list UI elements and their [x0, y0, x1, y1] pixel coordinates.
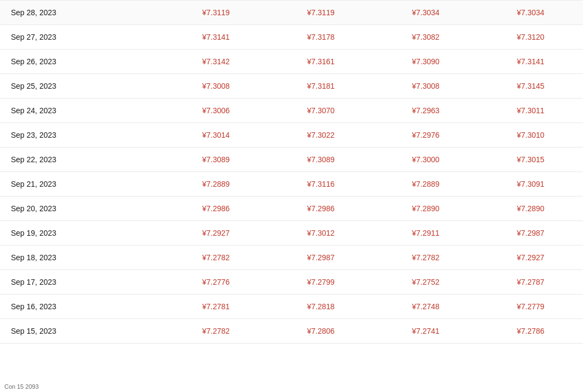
table-row: Sep 15, 2023¥7.2782¥7.2806¥7.2741¥7.2786 [0, 319, 583, 344]
cell-close: ¥7.3120 [478, 25, 584, 50]
cell-close: ¥7.3010 [478, 123, 584, 148]
cell-low: ¥7.2889 [373, 172, 478, 197]
cell-open: ¥7.2781 [163, 295, 269, 319]
table-row: Sep 25, 2023¥7.3008¥7.3181¥7.3008¥7.3145 [0, 74, 583, 99]
cell-close: ¥7.3141 [478, 50, 584, 74]
cell-date: Sep 20, 2023 [0, 197, 163, 221]
table-row: Sep 20, 2023¥7.2986¥7.2986¥7.2890¥7.2890 [0, 197, 583, 221]
cell-date: Sep 17, 2023 [0, 270, 163, 295]
cell-high: ¥7.3181 [269, 74, 374, 99]
cell-date: Sep 21, 2023 [0, 172, 163, 197]
cell-date: Sep 28, 2023 [0, 1, 163, 25]
cell-open: ¥7.3089 [163, 148, 269, 172]
cell-close: ¥7.3145 [478, 74, 584, 99]
cell-low: ¥7.2741 [373, 319, 478, 344]
table-row: Sep 26, 2023¥7.3142¥7.3161¥7.3090¥7.3141 [0, 50, 583, 74]
cell-date: Sep 19, 2023 [0, 221, 163, 246]
cell-high: ¥7.3161 [269, 50, 374, 74]
table-row: Sep 23, 2023¥7.3014¥7.3022¥7.2976¥7.3010 [0, 123, 583, 148]
price-table: Sep 28, 2023¥7.3119¥7.3119¥7.3034¥7.3034… [0, 0, 583, 344]
cell-high: ¥7.3089 [269, 148, 374, 172]
cell-close: ¥7.3011 [478, 99, 584, 123]
cell-low: ¥7.2911 [373, 221, 478, 246]
cell-close: ¥7.2890 [478, 197, 584, 221]
cell-high: ¥7.3070 [269, 99, 374, 123]
cell-high: ¥7.3116 [269, 172, 374, 197]
cell-low: ¥7.2890 [373, 197, 478, 221]
cell-date: Sep 23, 2023 [0, 123, 163, 148]
cell-open: ¥7.2782 [163, 246, 269, 270]
cell-low: ¥7.2963 [373, 99, 478, 123]
cell-low: ¥7.3008 [373, 74, 478, 99]
cell-close: ¥7.2987 [478, 221, 584, 246]
table-row: Sep 27, 2023¥7.3141¥7.3178¥7.3082¥7.3120 [0, 25, 583, 50]
table-row: Sep 21, 2023¥7.2889¥7.3116¥7.2889¥7.3091 [0, 172, 583, 197]
cell-close: ¥7.2786 [478, 319, 584, 344]
cell-low: ¥7.2782 [373, 246, 478, 270]
cell-date: Sep 22, 2023 [0, 148, 163, 172]
table-row: Sep 16, 2023¥7.2781¥7.2818¥7.2748¥7.2779 [0, 295, 583, 319]
cell-low: ¥7.3082 [373, 25, 478, 50]
cell-date: Sep 18, 2023 [0, 246, 163, 270]
cell-date: Sep 24, 2023 [0, 99, 163, 123]
cell-open: ¥7.2776 [163, 270, 269, 295]
table-row: Sep 24, 2023¥7.3006¥7.3070¥7.2963¥7.3011 [0, 99, 583, 123]
cell-open: ¥7.2782 [163, 319, 269, 344]
cell-close: ¥7.3034 [478, 1, 584, 25]
cell-low: ¥7.2752 [373, 270, 478, 295]
cell-open: ¥7.2986 [163, 197, 269, 221]
cell-date: Sep 16, 2023 [0, 295, 163, 319]
cell-high: ¥7.3022 [269, 123, 374, 148]
cell-close: ¥7.3091 [478, 172, 584, 197]
cell-high: ¥7.2806 [269, 319, 374, 344]
cell-open: ¥7.3119 [163, 1, 269, 25]
table-row: Sep 18, 2023¥7.2782¥7.2987¥7.2782¥7.2927 [0, 246, 583, 270]
cell-open: ¥7.3006 [163, 99, 269, 123]
cell-high: ¥7.3178 [269, 25, 374, 50]
cell-high: ¥7.2799 [269, 270, 374, 295]
cell-close: ¥7.2779 [478, 295, 584, 319]
table-row: Sep 22, 2023¥7.3089¥7.3089¥7.3000¥7.3015 [0, 148, 583, 172]
cell-high: ¥7.2986 [269, 197, 374, 221]
cell-high: ¥7.2987 [269, 246, 374, 270]
cell-close: ¥7.2927 [478, 246, 584, 270]
table-row: Sep 19, 2023¥7.2927¥7.3012¥7.2911¥7.2987 [0, 221, 583, 246]
cell-date: Sep 26, 2023 [0, 50, 163, 74]
cell-low: ¥7.2748 [373, 295, 478, 319]
cell-open: ¥7.2927 [163, 221, 269, 246]
cell-close: ¥7.2787 [478, 270, 584, 295]
cell-low: ¥7.3090 [373, 50, 478, 74]
cell-open: ¥7.3141 [163, 25, 269, 50]
cell-low: ¥7.3034 [373, 1, 478, 25]
table-row: Sep 17, 2023¥7.2776¥7.2799¥7.2752¥7.2787 [0, 270, 583, 295]
cell-open: ¥7.3008 [163, 74, 269, 99]
cell-high: ¥7.3119 [269, 1, 374, 25]
cell-low: ¥7.3000 [373, 148, 478, 172]
cell-date: Sep 25, 2023 [0, 74, 163, 99]
cell-high: ¥7.2818 [269, 295, 374, 319]
cell-high: ¥7.3012 [269, 221, 374, 246]
cell-open: ¥7.3014 [163, 123, 269, 148]
cell-date: Sep 27, 2023 [0, 25, 163, 50]
cell-low: ¥7.2976 [373, 123, 478, 148]
main-container: Sep 28, 2023¥7.3119¥7.3119¥7.3034¥7.3034… [0, 0, 583, 344]
table-row: Sep 28, 2023¥7.3119¥7.3119¥7.3034¥7.3034 [0, 1, 583, 25]
cell-open: ¥7.2889 [163, 172, 269, 197]
cell-date: Sep 15, 2023 [0, 319, 163, 344]
cell-close: ¥7.3015 [478, 148, 584, 172]
cell-open: ¥7.3142 [163, 50, 269, 74]
